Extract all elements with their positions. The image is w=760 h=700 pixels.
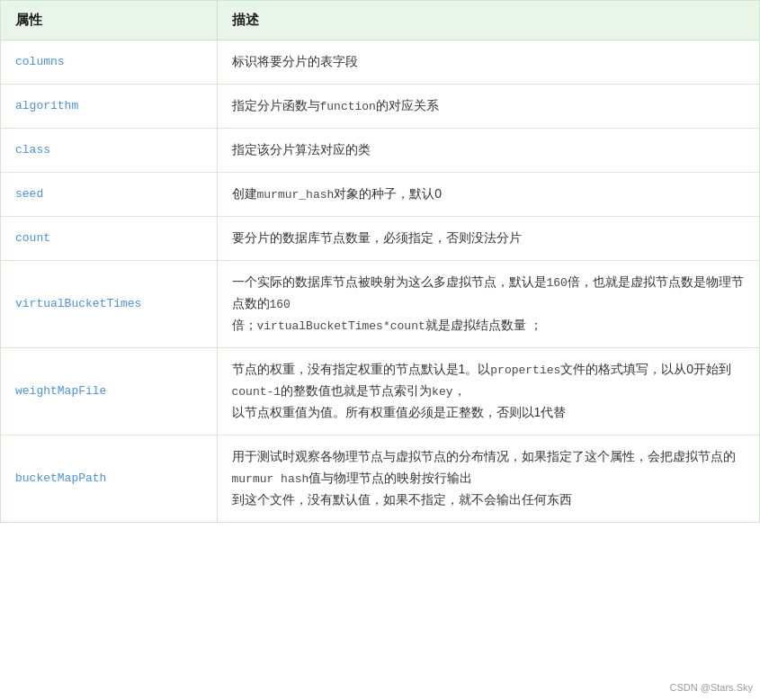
table-row: bucketMapPath用于测试时观察各物理节点与虚拟节点的分布情况，如果指定… (1, 435, 759, 521)
property-cell: bucketMapPath (1, 435, 217, 521)
description-cell: 一个实际的数据库节点被映射为这么多虚拟节点，默认是160倍，也就是虚拟节点数是物… (217, 260, 759, 347)
table-header-row: 属性 描述 (1, 1, 759, 40)
text-span: 指定该分片算法对应的类 (232, 142, 371, 157)
description-cell: 标识将要分片的表字段 (217, 40, 759, 85)
description-cell: 指定分片函数与function的对应关系 (217, 84, 759, 128)
table-row: virtualBucketTimes一个实际的数据库节点被映射为这么多虚拟节点，… (1, 260, 759, 347)
code-span: virtualBucketTimes*count (257, 319, 425, 333)
property-cell: columns (1, 40, 217, 85)
text-span: 创建 (232, 186, 257, 201)
property-cell: seed (1, 172, 217, 216)
table-row: algorithm指定分片函数与function的对应关系 (1, 84, 759, 128)
header-property: 属性 (1, 1, 217, 40)
table-row: count要分片的数据库节点数量，必须指定，否则没法分片 (1, 216, 759, 260)
header-description: 描述 (217, 1, 759, 40)
text-span: 一个实际的数据库节点被映射为这么多虚拟节点，默认是 (232, 274, 547, 289)
description-cell: 节点的权重，没有指定权重的节点默认是1。以properties文件的格式填写，以… (217, 347, 759, 435)
code-span: murmur hash (232, 472, 309, 486)
property-cell: weightMapFile (1, 347, 217, 435)
code-span: 160 (270, 298, 291, 311)
code-span: 160 (547, 276, 568, 290)
property-cell: count (1, 216, 217, 260)
code-span: murmur_hash (257, 188, 335, 202)
text-span: 指定分片函数与 (232, 98, 320, 112)
table-row: columns标识将要分片的表字段 (1, 40, 759, 85)
text-span: 倍； (232, 318, 257, 332)
property-cell: algorithm (1, 84, 217, 128)
text-span: 用于测试时观察各物理节点与虚拟节点的分布情况，如果指定了这个属性，会把虚拟节点的 (232, 449, 736, 463)
table-row: weightMapFile节点的权重，没有指定权重的节点默认是1。以proper… (1, 347, 759, 435)
text-span: 就是虚拟结点数量 ； (425, 318, 542, 332)
description-cell: 要分片的数据库节点数量，必须指定，否则没法分片 (217, 216, 759, 260)
description-cell: 用于测试时观察各物理节点与虚拟节点的分布情况，如果指定了这个属性，会把虚拟节点的… (217, 435, 759, 521)
text-span: 对象的种子，默认0 (334, 186, 442, 201)
description-cell: 指定该分片算法对应的类 (217, 128, 759, 172)
text-span: 文件的格式填写，以从0开始到 (560, 362, 731, 376)
text-span: 标识将要分片的表字段 (232, 54, 358, 68)
text-span: 节点的权重，没有指定权重的节点默认是1。以 (232, 362, 491, 376)
table-row: class指定该分片算法对应的类 (1, 128, 759, 172)
description-cell: 创建murmur_hash对象的种子，默认0 (217, 172, 759, 216)
property-cell: class (1, 128, 217, 172)
code-span: function (320, 100, 376, 113)
code-span: key (432, 385, 452, 399)
text-span: 要分片的数据库节点数量，必须指定，否则没法分片 (232, 230, 522, 245)
code-span: properties (490, 363, 560, 377)
property-cell: virtualBucketTimes (1, 260, 217, 347)
table-row: seed创建murmur_hash对象的种子，默认0 (1, 172, 759, 216)
properties-table: 属性 描述 columns标识将要分片的表字段algorithm指定分片函数与f… (1, 1, 759, 522)
text-span: 的整数值也就是节点索引为 (281, 383, 432, 398)
code-span: count-1 (232, 385, 282, 399)
main-table-container: 属性 描述 columns标识将要分片的表字段algorithm指定分片函数与f… (0, 0, 760, 523)
text-span: 的对应关系 (376, 98, 439, 112)
